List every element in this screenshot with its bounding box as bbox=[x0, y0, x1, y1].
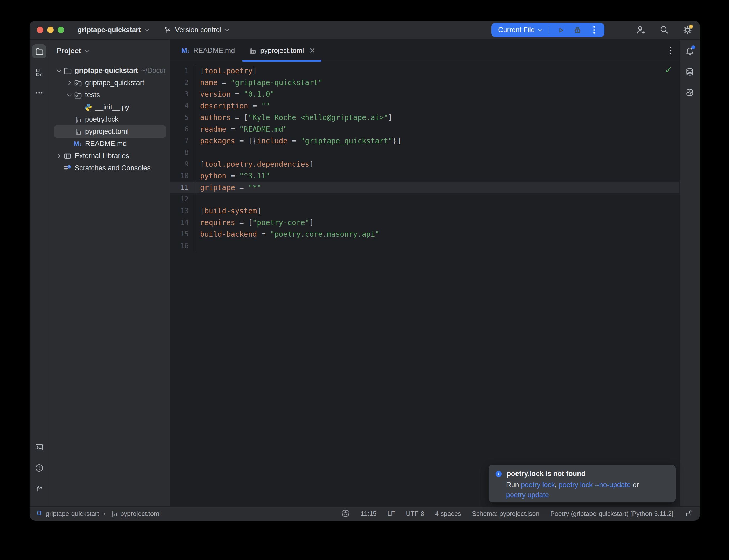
line-number: 15 bbox=[170, 228, 195, 240]
close-tab-icon[interactable]: ✕ bbox=[309, 46, 315, 55]
tree-item--init-py[interactable]: __init__.py bbox=[54, 101, 166, 113]
code-line-13[interactable]: 13[build-system] bbox=[170, 205, 679, 217]
search-button[interactable] bbox=[658, 24, 670, 36]
code-line-12[interactable]: 12 bbox=[170, 193, 679, 205]
tab-options-button[interactable] bbox=[670, 47, 672, 54]
breadcrumb-item-pyproject-toml[interactable]: [T]pyproject.toml bbox=[109, 509, 161, 518]
tree-item-griptape-quickstart[interactable]: griptape-quickstart~/Docume bbox=[54, 65, 166, 77]
tree-item-poetry-lock[interactable]: [T]poetry.lock bbox=[54, 113, 166, 125]
code-line-16[interactable]: 16 bbox=[170, 240, 679, 252]
editor-tab-pyproject-toml[interactable]: [T]pyproject.toml✕ bbox=[241, 40, 322, 62]
inspections-ok-icon[interactable]: ✓ bbox=[665, 64, 672, 76]
tab-label: pyproject.toml bbox=[260, 47, 304, 55]
run-button[interactable] bbox=[555, 24, 567, 36]
notification-link[interactable]: poetry update bbox=[506, 491, 549, 499]
tree-item-label: Scratches and Consoles bbox=[75, 164, 151, 172]
chevron-down-icon bbox=[225, 27, 229, 32]
clock-status[interactable]: 11:15 bbox=[361, 510, 377, 517]
line-number: 4 bbox=[170, 100, 195, 112]
maximize-window-button[interactable] bbox=[58, 27, 64, 33]
encoding[interactable]: UTF-8 bbox=[406, 510, 424, 517]
module-icon bbox=[36, 510, 43, 517]
status-bar: griptape-quickstart›[T]pyproject.toml 11… bbox=[30, 506, 700, 521]
code-line-4[interactable]: 4description = "" bbox=[170, 100, 679, 112]
code-line-11[interactable]: 11griptape = "*" bbox=[170, 182, 679, 193]
structure-tool-button[interactable] bbox=[32, 65, 46, 79]
code-line-10[interactable]: 10python = "^3.11" bbox=[170, 170, 679, 182]
code-line-8[interactable]: 8 bbox=[170, 147, 679, 158]
tree-item-scratches-and-consoles[interactable]: Scratches and Consoles bbox=[54, 162, 166, 174]
git-branch-icon bbox=[35, 485, 43, 493]
project-panel-header[interactable]: Project bbox=[49, 40, 170, 62]
markdown-icon: M↓ bbox=[182, 47, 190, 54]
debug-button[interactable] bbox=[572, 24, 583, 36]
project-tool-button[interactable] bbox=[32, 44, 46, 58]
package-folder-icon bbox=[74, 79, 82, 87]
chevron-right-icon[interactable] bbox=[56, 154, 60, 158]
code-line-9[interactable]: 9[tool.poetry.dependencies] bbox=[170, 158, 679, 170]
tree-item-label: External Libraries bbox=[75, 152, 129, 160]
toml-file-icon: [T] bbox=[74, 115, 82, 124]
project-widget[interactable]: griptape-quickstart bbox=[78, 26, 148, 34]
database-button[interactable] bbox=[683, 65, 697, 79]
run-configuration-selector[interactable]: Current File bbox=[498, 26, 541, 34]
notification-link[interactable]: poetry lock bbox=[521, 481, 555, 489]
chevron-down-icon[interactable] bbox=[57, 68, 61, 72]
code-line-text: version = "0.1.0" bbox=[195, 88, 274, 100]
chevron-down-icon bbox=[144, 27, 149, 32]
code-line-1[interactable]: 1[tool.poetry] bbox=[170, 65, 679, 77]
tree-item-pyproject-toml[interactable]: [T]pyproject.toml bbox=[54, 125, 166, 138]
minimize-window-button[interactable] bbox=[47, 27, 54, 33]
terminal-tool-button[interactable] bbox=[32, 440, 46, 454]
line-ending[interactable]: LF bbox=[387, 510, 395, 517]
code-line-5[interactable]: 5authors = ["Kyle Roche <hello@griptape.… bbox=[170, 112, 679, 123]
schema[interactable]: Schema: pyproject.json bbox=[472, 510, 539, 517]
breadcrumb-item-griptape-quickstart[interactable]: griptape-quickstart bbox=[36, 510, 99, 517]
version-control-tool-button[interactable] bbox=[32, 482, 46, 496]
interpreter[interactable]: Poetry (griptape-quickstart) [Python 3.1… bbox=[550, 510, 674, 517]
code-line-3[interactable]: 3version = "0.1.0" bbox=[170, 88, 679, 100]
problems-tool-button[interactable] bbox=[32, 461, 46, 475]
line-number: 11 bbox=[170, 182, 195, 193]
close-window-button[interactable] bbox=[37, 27, 43, 33]
project-widget-label: griptape-quickstart bbox=[78, 26, 141, 34]
chevron-down-icon[interactable] bbox=[67, 93, 71, 97]
ai-assistant-status[interactable] bbox=[341, 509, 350, 518]
code-line-15[interactable]: 15build-backend = "poetry.core.masonry.a… bbox=[170, 228, 679, 240]
ai-assistant-button[interactable] bbox=[683, 86, 697, 100]
tree-item-label: pyproject.toml bbox=[85, 128, 129, 136]
tree-item-tests[interactable]: tests bbox=[54, 89, 166, 101]
line-number: 6 bbox=[170, 123, 195, 135]
tree-item-label: griptape-quickstart bbox=[75, 67, 138, 75]
notification-link[interactable]: poetry lock --no-update bbox=[559, 481, 631, 489]
notifications-button[interactable] bbox=[683, 44, 697, 58]
chevron-right-icon[interactable] bbox=[67, 81, 71, 85]
unlock-icon bbox=[684, 509, 693, 518]
write-access[interactable] bbox=[684, 509, 693, 518]
settings-gear-button[interactable] bbox=[682, 24, 693, 36]
chevron-down-icon bbox=[85, 48, 89, 52]
add-user-button[interactable] bbox=[635, 24, 647, 36]
run-more-options-button[interactable] bbox=[588, 24, 600, 36]
code-line-6[interactable]: 6readme = "README.md" bbox=[170, 123, 679, 135]
more-tools-button[interactable] bbox=[32, 86, 46, 100]
line-number: 1 bbox=[170, 65, 195, 77]
run-configuration-label: Current File bbox=[498, 26, 535, 34]
vcs-widget[interactable]: Version control bbox=[164, 26, 228, 34]
desktop-background: griptape-quickstart Version control Curr… bbox=[0, 0, 729, 560]
code-editor[interactable]: ✓ 1[tool.poetry]2name = "griptape-quicks… bbox=[170, 62, 679, 506]
tree-item-label: README.md bbox=[85, 140, 127, 148]
tree-item-readme-md[interactable]: M↓README.md bbox=[54, 138, 166, 150]
code-line-text: [tool.poetry] bbox=[195, 65, 257, 77]
scratches-icon bbox=[63, 164, 72, 172]
code-line-text: readme = "README.md" bbox=[195, 123, 287, 135]
code-line-14[interactable]: 14requires = ["poetry-core"] bbox=[170, 217, 679, 228]
code-line-7[interactable]: 7packages = [{include = "griptape_quicks… bbox=[170, 135, 679, 147]
editor-tab-readme-md[interactable]: M↓README.md bbox=[175, 40, 241, 62]
code-line-2[interactable]: 2name = "griptape-quickstart" bbox=[170, 77, 679, 88]
search-icon bbox=[659, 25, 669, 35]
tree-item-griptape-quickstart[interactable]: griptape_quickstart bbox=[54, 77, 166, 89]
tree-item-external-libraries[interactable]: External Libraries bbox=[54, 150, 166, 162]
notification-text: Run bbox=[506, 481, 521, 489]
indent[interactable]: 4 spaces bbox=[435, 510, 461, 517]
